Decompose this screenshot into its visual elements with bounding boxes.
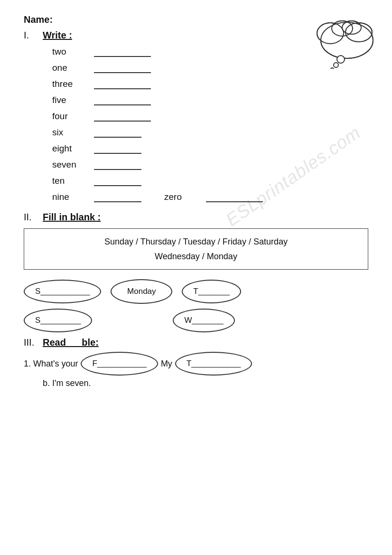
word-six: six — [52, 127, 90, 138]
word-one: one — [52, 63, 90, 73]
section1-roman: I. — [24, 30, 38, 41]
oval-friday[interactable]: F___________ — [81, 352, 158, 376]
word-bank-box: Sunday / Thursday / Tuesday / Friday / S… — [24, 228, 368, 270]
days-area: S___________ Monday T_______ S_________ … — [24, 279, 368, 332]
oval-thursday[interactable]: T___________ — [175, 352, 252, 376]
word-row-three: three — [52, 79, 368, 89]
answer-line-four[interactable] — [94, 112, 151, 122]
word-row-six: six — [52, 127, 368, 138]
word-row-one: one — [52, 63, 368, 73]
word-two: two — [52, 47, 90, 57]
nine-zero-row: nine zero — [52, 192, 368, 202]
word-row-ten: ten — [52, 176, 368, 186]
word-nine: nine — [52, 192, 90, 202]
q1-start: 1. What's your — [24, 359, 78, 369]
days-row-1: S___________ Monday T_______ — [24, 279, 368, 304]
word-four: four — [52, 111, 90, 122]
section2-roman: II. — [24, 212, 38, 223]
section3-header: III. Read___ble: — [24, 337, 368, 348]
answer-line-two[interactable] — [94, 47, 151, 57]
section3-title: Read___ble: — [43, 337, 99, 348]
oval-wednesday[interactable]: W_______ — [173, 309, 234, 332]
section2-title: Fill in blank : — [43, 212, 101, 223]
answer-line-zero[interactable] — [206, 193, 263, 202]
word-row-four: four — [52, 111, 368, 122]
section3-roman: III. — [24, 337, 38, 348]
answer-line-nine[interactable] — [94, 193, 141, 202]
word-row-five: five — [52, 95, 368, 105]
word-seven: seven — [52, 160, 90, 170]
answer-line-ten[interactable] — [94, 177, 141, 186]
answer-line-three[interactable] — [94, 80, 151, 89]
word-row-two: two — [52, 47, 368, 57]
word-bank-line2: Wednesday / Monday — [34, 249, 358, 264]
question1-row: 1. What's your F___________ My T________… — [24, 352, 368, 376]
word-eight: eight — [52, 143, 90, 154]
answer-line-eight[interactable] — [94, 144, 141, 154]
oval-sunday[interactable]: S___________ — [24, 280, 101, 303]
word-row-seven: seven — [52, 160, 368, 170]
zero-group: zero — [164, 192, 263, 202]
word-five: five — [52, 95, 90, 105]
answer-line-seven[interactable] — [94, 160, 141, 170]
oval-monday: Monday — [111, 279, 172, 304]
oval-saturday[interactable]: S_________ — [24, 309, 92, 332]
days-row-2: S_________ W_______ — [24, 309, 368, 332]
section2-header: II. Fill in blank : — [24, 212, 368, 223]
section3: III. Read___ble: 1. What's your F_______… — [24, 337, 368, 388]
write-section: two one three five four six eight seven … — [52, 47, 368, 202]
word-bank-line1: Sunday / Thursday / Tuesday / Friday / S… — [34, 235, 358, 249]
answer-line-five[interactable] — [94, 96, 151, 105]
answer-line-six[interactable] — [94, 128, 141, 138]
answer-b: b. I'm seven. — [43, 378, 368, 388]
answer-line-one[interactable] — [94, 64, 151, 73]
section1-title: Write : — [43, 30, 72, 41]
q1-my: My — [161, 359, 172, 369]
word-row-eight: eight — [52, 143, 368, 154]
oval-tuesday[interactable]: T_______ — [182, 280, 241, 303]
word-ten: ten — [52, 176, 90, 186]
word-three: three — [52, 79, 90, 89]
word-zero: zero — [164, 192, 202, 202]
